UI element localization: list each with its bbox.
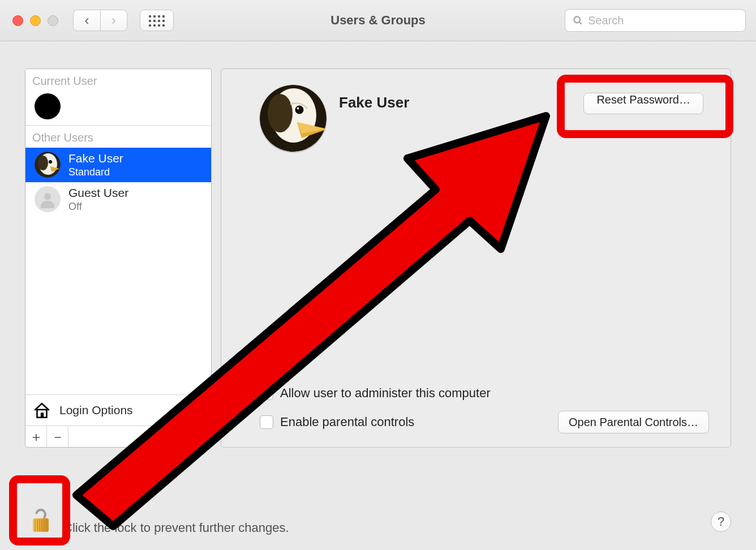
add-remove-bar: ＋ － <box>25 426 211 447</box>
add-user-button[interactable]: ＋ <box>25 426 47 447</box>
user-avatar-eagle-icon <box>35 152 61 178</box>
question-mark-icon: ? <box>718 514 724 529</box>
house-icon <box>32 401 51 420</box>
user-row-fake-user[interactable]: Fake User Standard <box>25 148 211 182</box>
user-row-guest-user[interactable]: Guest User Off <box>25 182 211 217</box>
chevron-left-icon: ‹ <box>85 12 89 28</box>
content-area: Current User Other Users <box>0 41 756 461</box>
help-button[interactable]: ? <box>711 512 731 532</box>
admin-checkbox-label: Allow user to administer this computer <box>280 386 491 401</box>
svg-point-0 <box>574 16 580 23</box>
other-users-section-label: Other Users <box>25 126 211 148</box>
current-user-section-label: Current User <box>25 69 211 91</box>
lock-button[interactable] <box>25 505 57 536</box>
window-zoom-button[interactable] <box>48 15 58 26</box>
window-minimize-button[interactable] <box>30 15 41 26</box>
chevron-right-icon: › <box>111 12 116 28</box>
nav-forward-button[interactable]: › <box>100 10 127 31</box>
remove-user-button[interactable]: － <box>47 426 68 447</box>
current-user-avatar <box>35 93 61 119</box>
unlocked-lock-icon <box>29 507 52 534</box>
guest-avatar-icon <box>35 186 61 212</box>
window-close-button[interactable] <box>12 15 23 26</box>
svg-point-7 <box>44 193 51 200</box>
svg-point-14 <box>295 106 304 114</box>
search-icon <box>572 15 583 26</box>
nav-back-forward: ‹ › <box>73 10 127 31</box>
reset-password-button[interactable]: Reset Password… <box>583 93 703 114</box>
user-avatar-large[interactable] <box>260 85 327 152</box>
show-all-prefs-button[interactable] <box>140 10 174 31</box>
user-detail-pane: Fake User Reset Password… Allow user to … <box>221 68 731 448</box>
svg-point-6 <box>49 160 52 164</box>
user-row-subtitle: Off <box>68 200 128 213</box>
window-toolbar: ‹ › Users & Groups <box>0 0 756 41</box>
user-options: Allow user to administer this computer E… <box>260 386 712 433</box>
footer-bar: Click the lock to prevent further change… <box>0 466 756 550</box>
grid-icon <box>149 15 165 25</box>
search-input[interactable] <box>588 14 738 27</box>
nav-back-button[interactable]: ‹ <box>73 10 100 31</box>
other-users-list: Fake User Standard Guest User Off <box>25 148 211 394</box>
login-options-label: Login Options <box>59 403 133 417</box>
open-parental-controls-button[interactable]: Open Parental Controls… <box>558 411 709 433</box>
user-row-name: Fake User <box>68 151 123 166</box>
admin-checkbox[interactable] <box>260 386 273 400</box>
svg-point-5 <box>38 156 48 170</box>
window-traffic-lights <box>12 15 58 26</box>
svg-point-15 <box>297 108 299 110</box>
user-row-name: Guest User <box>68 186 128 200</box>
svg-point-13 <box>268 94 293 132</box>
svg-rect-9 <box>41 412 44 418</box>
user-display-name: Fake User <box>339 94 409 111</box>
user-row-subtitle: Standard <box>68 166 123 179</box>
parental-checkbox-label: Enable parental controls <box>280 415 414 429</box>
search-field[interactable] <box>565 9 746 32</box>
user-list-sidebar: Current User Other Users <box>25 68 212 448</box>
lock-hint-text: Click the lock to prevent further change… <box>63 521 289 535</box>
admin-checkbox-row[interactable]: Allow user to administer this computer <box>260 386 709 401</box>
current-user-row[interactable] <box>25 91 211 125</box>
parental-checkbox[interactable] <box>260 415 273 429</box>
svg-line-1 <box>579 22 582 24</box>
parental-checkbox-row[interactable]: Enable parental controls Open Parental C… <box>260 411 709 433</box>
login-options-row[interactable]: Login Options <box>25 394 211 426</box>
